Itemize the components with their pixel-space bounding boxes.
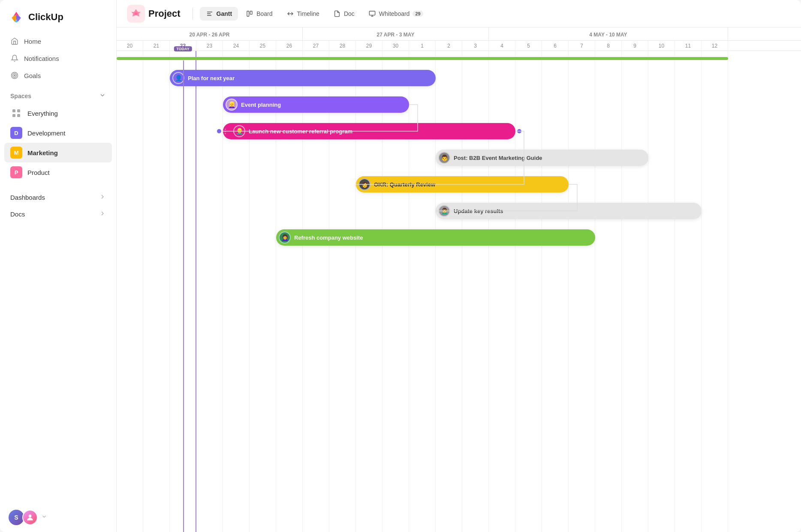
development-space-icon: D [10,127,22,139]
task-handle-left[interactable] [217,129,221,133]
sidebar-item-docs[interactable]: Docs [4,206,112,222]
task-bar-task5[interactable]: 👩OKR: Quarterly Review [356,176,569,192]
day-30: 30 [382,41,409,51]
project-title: Project [148,8,181,19]
sidebar-item-home[interactable]: Home [4,33,112,50]
product-space-icon: P [10,166,22,178]
task-row-task1: 👤Plan for next year [117,65,801,91]
home-icon [10,37,19,45]
sidebar-item-everything[interactable]: Everything [4,103,112,123]
doc-tab-label: Doc [344,10,355,17]
sidebar: ClickUp Home Notifications [0,0,117,532]
day-26: 26 [276,41,303,51]
task-bar-task3[interactable]: 👱‍♂️Launch new customer referral program [223,123,515,139]
task-avatar-task2: 👱‍♀️ [226,99,238,111]
project-badge [127,5,145,23]
spaces-header: Spaces [0,84,116,103]
sidebar-item-product[interactable]: P Product [4,162,112,182]
task-handle-right[interactable] [517,129,521,133]
whiteboard-icon [368,10,376,18]
sidebar-item-marketing[interactable]: M Marketing [4,143,112,162]
gantt-chart: 20 APR - 26 APR27 APR - 3 MAY4 MAY - 10 … [117,27,801,532]
sidebar-bottom: S [0,503,116,532]
gantt-days-header: 202122TODAY23242526272829301234567891011… [117,41,801,51]
day-7: 7 [569,41,595,51]
task-row-task4: 👨Post: B2B Event Marketing Guide [117,144,801,171]
task-avatar-task3: 👱‍♂️ [233,125,245,137]
user-chevron-icon[interactable] [41,514,47,521]
day-24: 24 [223,41,250,51]
gantt-body: 👤Plan for next year👱‍♀️Event planning👱‍♂… [117,51,801,532]
tab-whiteboard[interactable]: Whiteboard 29 [362,7,429,21]
task-avatar-task5: 👩 [358,178,370,190]
task-avatar-task6: 👨‍🦱 [438,205,450,217]
task-bar-task2[interactable]: 👱‍♀️Event planning [223,96,409,113]
sidebar-sections: Dashboards Docs [0,189,116,222]
home-label: Home [24,38,41,45]
task-bar-task7[interactable]: 👩‍🦱Refresh company website [276,229,595,246]
sidebar-item-notifications[interactable]: Notifications [4,50,112,67]
day-22: 22TODAY [170,41,196,51]
marketing-label: Marketing [27,149,58,156]
sidebar-item-dashboards[interactable]: Dashboards [4,189,112,206]
timeline-icon [286,10,294,18]
docs-arrow-icon [99,210,106,218]
gantt-days-area: 202122TODAY23242526272829301234567891011… [117,41,801,51]
dashboards-label: Dashboards [10,194,45,201]
svg-point-8 [14,75,15,76]
task-bar-task1[interactable]: 👤Plan for next year [170,70,436,86]
gantt-tab-label: Gantt [217,10,232,17]
tab-board[interactable]: Board [240,7,278,21]
app-name: ClickUp [28,12,63,23]
avatar-user-2[interactable] [22,510,38,525]
day-27: 27 [303,41,329,51]
tab-timeline[interactable]: Timeline [280,7,325,21]
day-9: 9 [622,41,648,51]
day-4: 4 [489,41,515,51]
clickup-logo-icon [9,9,24,25]
timeline-tab-label: Timeline [297,10,319,17]
task-label-task1: Plan for next year [188,75,235,81]
svg-point-14 [135,12,138,15]
task-avatar-task1: 👤 [172,72,184,84]
period-header-0: 20 APR - 26 APR [117,27,303,40]
drag-handle-icon [225,129,230,134]
day-28: 28 [329,41,356,51]
svg-rect-9 [12,109,15,112]
task-row-task3: 👱‍♂️Launch new customer referral program [117,118,801,144]
period-header-1: 27 APR - 3 MAY [303,27,489,40]
avatar-user-s[interactable]: S [9,510,24,525]
svg-rect-18 [247,11,249,16]
notifications-label: Notifications [24,55,59,62]
tab-doc[interactable]: Doc [327,7,361,21]
view-tabs: Gantt Board [200,7,429,21]
day-23: 23 [196,41,223,51]
svg-rect-11 [12,114,15,117]
svg-point-7 [13,74,17,78]
dashboards-arrow-icon [99,193,106,201]
spaces-chevron-icon[interactable] [99,92,106,100]
task-row-task5: 👩OKR: Quarterly Review [117,171,801,198]
day-2: 2 [436,41,462,51]
main-nav: Home Notifications Goals [0,33,116,84]
day-21: 21 [143,41,170,51]
task-bar-task6[interactable]: 👨‍🦱Update key results [436,203,702,219]
tab-gantt[interactable]: Gantt [200,7,238,21]
main-content: Project Gantt [117,0,801,532]
task-label-task6: Update key results [454,208,503,214]
target-icon [10,71,19,80]
period-header-2: 4 MAY - 10 MAY [489,27,728,40]
bell-icon [10,54,19,63]
sidebar-item-goals[interactable]: Goals [4,67,112,84]
board-tab-label: Board [256,10,272,17]
task-label-task5: OKR: Quarterly Review [374,181,435,188]
day-10: 10 [648,41,675,51]
svg-point-6 [12,72,18,79]
goals-label: Goals [24,72,41,79]
svg-rect-21 [369,11,375,15]
task-bar-task4[interactable]: 👨Post: B2B Event Marketing Guide [436,150,648,166]
sidebar-item-development[interactable]: D Development [4,123,112,143]
day-6: 6 [542,41,569,51]
gantt-period-headers: 20 APR - 26 APR27 APR - 3 MAY4 MAY - 10 … [117,27,801,41]
task-row-task2: 👱‍♀️Event planning [117,91,801,118]
